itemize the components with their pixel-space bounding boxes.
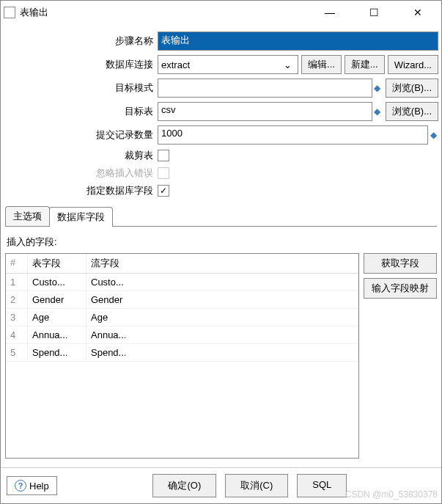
db-conn-select[interactable]: extract ⌄ xyxy=(158,55,298,74)
tab-main-options[interactable]: 主选项 xyxy=(5,206,50,226)
new-conn-button[interactable]: 新建... xyxy=(345,55,385,74)
col-number-header: # xyxy=(6,254,28,273)
form-area: 步骤名称 表输出 数据库连接 extract ⌄ 编辑... 新建... Wiz… xyxy=(1,24,441,206)
target-schema-label: 目标模式 xyxy=(4,81,158,95)
target-table-input[interactable]: csv xyxy=(158,102,372,121)
close-button[interactable]: ✕ xyxy=(405,7,431,18)
row-number: 1 xyxy=(6,274,28,291)
dialog-content: 步骤名称 表输出 数据库连接 extract ⌄ 编辑... 新建... Wiz… xyxy=(1,24,441,503)
variable-icon[interactable]: ◆ xyxy=(372,106,383,117)
table-field-cell[interactable]: Age xyxy=(28,309,86,326)
ignore-insert-error-checkbox xyxy=(158,167,169,179)
truncate-label: 裁剪表 xyxy=(4,149,158,162)
edit-conn-button[interactable]: 编辑... xyxy=(301,55,342,74)
table-row[interactable]: 2GenderGender xyxy=(6,291,358,309)
col-table-field-header: 表字段 xyxy=(28,254,86,273)
stream-field-cell[interactable]: Spend... xyxy=(86,344,358,361)
insert-fields-label: 插入的字段: xyxy=(7,235,435,249)
app-icon xyxy=(4,7,15,18)
truncate-checkbox[interactable] xyxy=(158,150,169,161)
wizard-button[interactable]: Wizard... xyxy=(388,55,438,74)
stream-field-cell[interactable]: Annua... xyxy=(86,326,358,343)
table-body: 1Custo...Custo...2GenderGender3AgeAge4An… xyxy=(6,274,358,362)
table-field-cell[interactable]: Spend... xyxy=(28,344,86,361)
ok-button[interactable]: 确定(O) xyxy=(152,474,216,497)
minimize-button[interactable]: — xyxy=(317,7,343,18)
tab-bar: 主选项 数据库字段 xyxy=(5,206,437,227)
enter-field-mapping-button[interactable]: 输入字段映射 xyxy=(364,278,437,299)
table-field-cell[interactable]: Annua... xyxy=(28,326,86,343)
stream-field-cell[interactable]: Age xyxy=(86,309,358,326)
table-header: # 表字段 流字段 xyxy=(6,254,358,274)
help-label: Help xyxy=(29,481,49,492)
row-number: 4 xyxy=(6,326,28,343)
help-button[interactable]: ? Help xyxy=(7,476,57,495)
variable-icon[interactable]: ◆ xyxy=(428,130,438,140)
step-name-value: 表输出 xyxy=(161,34,190,45)
row-number: 2 xyxy=(6,291,28,308)
table-field-cell[interactable]: Custo... xyxy=(28,274,86,291)
titlebar: 表输出 — ☐ ✕ xyxy=(1,1,441,24)
specify-fields-checkbox[interactable]: ✓ xyxy=(158,185,169,197)
step-name-label: 步骤名称 xyxy=(4,34,158,48)
get-fields-button[interactable]: 获取字段 xyxy=(364,253,437,274)
window-title: 表输出 xyxy=(20,6,317,19)
table-row[interactable]: 1Custo...Custo... xyxy=(6,274,358,291)
stream-field-cell[interactable]: Custo... xyxy=(86,274,358,291)
dialog-window: 表输出 — ☐ ✕ 步骤名称 表输出 数据库连接 extract ⌄ 编辑...… xyxy=(0,0,442,504)
maximize-button[interactable]: ☐ xyxy=(361,7,387,18)
col-stream-field-header: 流字段 xyxy=(86,254,358,273)
step-name-input[interactable]: 表输出 xyxy=(158,32,438,51)
db-conn-label: 数据库连接 xyxy=(4,58,158,71)
help-icon: ? xyxy=(15,480,26,492)
row-number: 3 xyxy=(6,309,28,326)
tab-panel-db-fields: 插入的字段: # 表字段 流字段 1Custo...Custo...2Gende… xyxy=(5,231,437,463)
stream-field-cell[interactable]: Gender xyxy=(86,291,358,308)
specify-fields-label: 指定数据库字段 xyxy=(4,184,158,197)
target-schema-input[interactable] xyxy=(158,78,372,98)
tab-db-fields[interactable]: 数据库字段 xyxy=(49,207,113,227)
chevron-down-icon: ⌄ xyxy=(281,59,295,70)
db-conn-value: extract xyxy=(161,59,281,70)
table-row[interactable]: 5Spend...Spend... xyxy=(6,344,358,362)
table-row[interactable]: 3AgeAge xyxy=(6,309,358,326)
sql-button[interactable]: SQL xyxy=(297,474,347,497)
browse-table-button[interactable]: 浏览(B)... xyxy=(386,102,438,121)
browse-schema-button[interactable]: 浏览(B)... xyxy=(386,78,438,98)
fields-table[interactable]: # 表字段 流字段 1Custo...Custo...2GenderGender… xyxy=(5,253,359,459)
window-controls: — ☐ ✕ xyxy=(317,7,431,18)
commit-size-label: 提交记录数量 xyxy=(4,128,158,142)
commit-size-input[interactable]: 1000 xyxy=(158,125,428,145)
table-row[interactable]: 4Annua...Annua... xyxy=(6,326,358,344)
table-field-cell[interactable]: Gender xyxy=(28,291,86,308)
dialog-footer: ? Help 确定(O) 取消(C) SQL xyxy=(1,467,441,503)
side-buttons: 获取字段 输入字段映射 xyxy=(364,253,437,463)
cancel-button[interactable]: 取消(C) xyxy=(225,474,288,497)
row-number: 5 xyxy=(6,344,28,361)
ignore-insert-error-label: 忽略插入错误 xyxy=(4,167,158,180)
variable-icon[interactable]: ◆ xyxy=(372,83,383,93)
target-table-label: 目标表 xyxy=(4,105,158,118)
